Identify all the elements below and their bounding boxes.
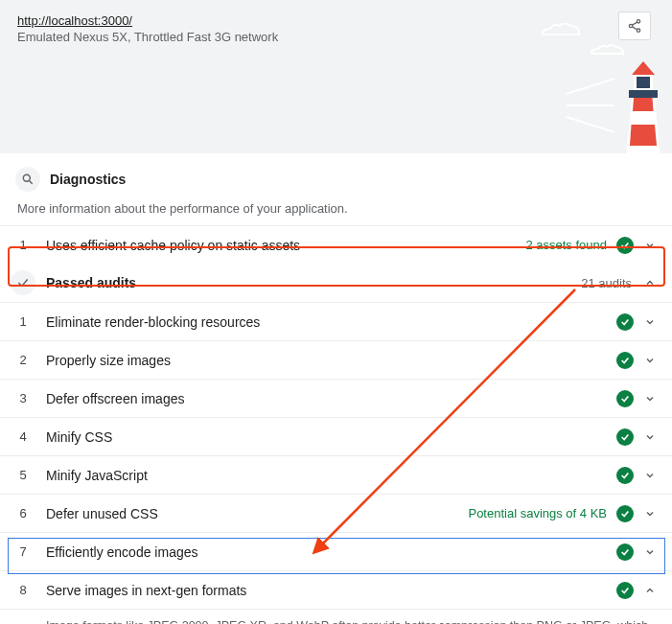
svg-marker-15 xyxy=(632,61,655,75)
passed-row[interactable]: 5 Minify JavaScript xyxy=(0,455,672,494)
row-title: Uses efficient cache policy on static as… xyxy=(46,238,525,253)
audit-detail: Image formats like JPEG 2000, JPEG XR, a… xyxy=(0,609,672,624)
passed-audits-label: Passed audits xyxy=(46,275,581,290)
report-header: http://localhost:3000/ Emulated Nexus 5X… xyxy=(0,0,672,153)
svg-rect-14 xyxy=(637,77,650,88)
chevron-down-icon[interactable] xyxy=(641,431,659,443)
row-result: 2 assets found xyxy=(525,238,607,252)
pass-icon xyxy=(616,313,634,331)
svg-marker-11 xyxy=(633,98,654,111)
pass-icon xyxy=(616,390,634,407)
diagnostics-header: Diagnostics xyxy=(0,153,672,197)
chevron-up-icon[interactable] xyxy=(641,277,659,289)
svg-marker-9 xyxy=(630,125,657,146)
passed-audits-count: 21 audits xyxy=(581,276,632,290)
diagnostics-label: Diagnostics xyxy=(50,172,126,187)
diagnostics-row[interactable]: 1 Uses efficient cache policy on static … xyxy=(0,225,672,264)
chevron-up-icon[interactable] xyxy=(641,585,659,596)
passed-row[interactable]: 2 Properly size images xyxy=(0,340,672,379)
passed-row[interactable]: 7 Efficiently encode images xyxy=(0,532,672,570)
pass-icon xyxy=(616,543,634,561)
passed-row[interactable]: 3 Defer offscreen images xyxy=(0,379,672,417)
passed-row[interactable]: 4 Minify CSS xyxy=(0,417,672,455)
pass-icon xyxy=(616,467,634,484)
chevron-down-icon[interactable] xyxy=(641,355,659,366)
svg-point-17 xyxy=(23,174,30,181)
pass-icon xyxy=(616,428,634,446)
pass-icon xyxy=(616,237,634,254)
diagnostics-subtext: More information about the performance o… xyxy=(0,197,672,225)
search-icon xyxy=(15,167,40,192)
svg-line-7 xyxy=(567,117,614,132)
pass-icon xyxy=(616,505,634,522)
row-icon xyxy=(0,270,46,295)
lighthouse-illustration xyxy=(538,23,662,153)
check-icon xyxy=(11,270,35,295)
chevron-down-icon[interactable] xyxy=(641,470,659,481)
svg-line-18 xyxy=(29,180,32,183)
svg-line-5 xyxy=(567,79,614,94)
passed-audits-header[interactable]: Passed audits 21 audits xyxy=(0,264,672,302)
chevron-down-icon[interactable] xyxy=(641,508,659,520)
chevron-down-icon[interactable] xyxy=(641,546,659,558)
chevron-down-icon[interactable] xyxy=(641,240,659,251)
svg-rect-12 xyxy=(629,90,658,98)
passed-row[interactable]: 1 Eliminate render-blocking resources xyxy=(0,302,672,340)
chevron-down-icon[interactable] xyxy=(641,316,659,328)
pass-icon xyxy=(616,352,634,369)
passed-row[interactable]: 6 Defer unused CSS Potential savings of … xyxy=(0,494,672,532)
svg-marker-10 xyxy=(632,111,656,125)
chevron-down-icon[interactable] xyxy=(641,393,659,404)
pass-icon xyxy=(616,582,634,599)
row-number: 1 xyxy=(0,238,46,252)
passed-row-expanded[interactable]: 8 Serve images in next-gen formats xyxy=(0,570,672,609)
